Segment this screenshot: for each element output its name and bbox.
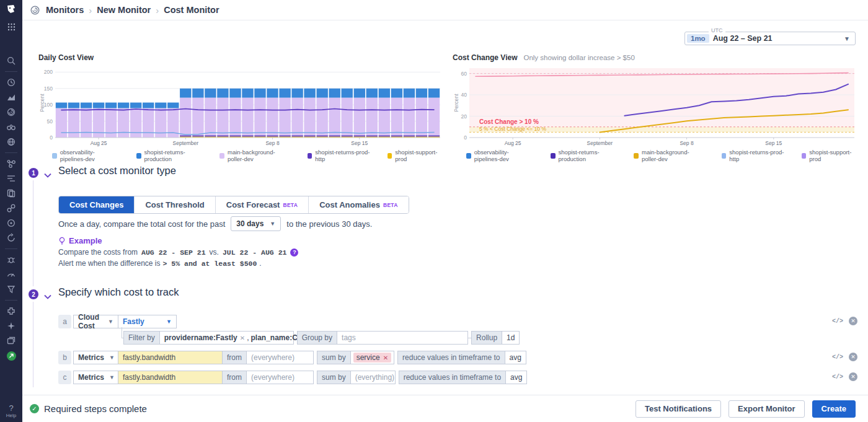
from-label: from [222, 351, 247, 364]
breadcrumb-cost-monitor[interactable]: Cost Monitor [164, 5, 219, 15]
filter-pills-input[interactable]: providername:Fastly ✕ , plan_name:CDN ✕ [159, 331, 294, 345]
performance-gauge-icon[interactable] [0, 267, 22, 282]
query-editor: a Cloud Cost ▼ Fastly ▼ Filter by provid… [58, 314, 859, 391]
legend-item[interactable]: shopist-support-prod [388, 149, 441, 162]
legend-item[interactable]: shopist-returns-prod-http [308, 149, 371, 162]
edit-as-code-icon[interactable]: </> [832, 374, 843, 380]
legend-item[interactable]: main-background-poller-dev [219, 149, 290, 162]
search-icon[interactable] [0, 53, 22, 68]
copilot-sparkle-icon[interactable] [0, 319, 22, 333]
metrics-icon[interactable] [0, 90, 22, 105]
remove-row-icon[interactable]: ✕ [849, 317, 857, 325]
sum-by-placeholder: (everything) [355, 373, 394, 382]
history-icon[interactable] [0, 75, 22, 90]
daily-cost-chart-plot[interactable]: 050100150200Aug 25SeptemberSep 8Sep 15Pe… [38, 64, 441, 146]
watchdog-icon[interactable] [0, 120, 22, 134]
tab-cost-threshold[interactable]: Cost Threshold [135, 196, 215, 213]
provider-select[interactable]: Fastly ▼ [118, 315, 177, 328]
datadog-logo-icon[interactable] [0, 0, 22, 19]
sum-by-tag-pill[interactable]: service ✕ [353, 353, 391, 363]
from-input[interactable]: (everywhere) [246, 351, 314, 364]
svg-text:0: 0 [50, 134, 53, 141]
row-a-actions: </> ✕ [832, 317, 857, 325]
help-tooltip-icon[interactable]: ? [290, 248, 298, 257]
service-map-icon[interactable] [0, 156, 22, 171]
tab-label: Cost Forecast [226, 200, 280, 209]
svg-text:50: 50 [47, 118, 53, 125]
remove-row-icon[interactable]: ✕ [849, 353, 857, 361]
legend-item[interactable]: shopist-returns-production [136, 149, 203, 162]
monitors-icon[interactable] [0, 105, 22, 120]
sum-by-input[interactable]: (everything) [350, 371, 396, 384]
svg-text:150: 150 [44, 86, 53, 92]
from-input[interactable]: (everywhere) [246, 371, 314, 384]
chevron-down-icon: ▼ [108, 319, 113, 325]
window-select[interactable]: 30 days ▼ [231, 216, 281, 231]
test-notifications-button[interactable]: Test Notifications [636, 400, 721, 418]
breadcrumb-monitors[interactable]: Monitors [46, 5, 84, 15]
security-icon[interactable] [0, 252, 22, 267]
legend-swatch [388, 153, 392, 159]
filter-separator: , [247, 333, 249, 342]
time-shortcut-chip[interactable]: 1mo [687, 34, 709, 43]
integrations-icon[interactable] [0, 304, 22, 319]
example-line-1: Compare the costs from AUG 22 - SEP 21 v… [58, 248, 298, 257]
ci-icon[interactable] [0, 282, 22, 297]
cost-change-chart-plot[interactable]: 0204060Cost Change > 10 %5 % < Cost Chan… [453, 64, 856, 146]
rollup-value[interactable]: 1d [502, 331, 520, 345]
edit-as-code-icon[interactable]: </> [832, 318, 843, 325]
reduce-value[interactable]: avg [505, 351, 526, 364]
group-by-input[interactable]: tags [337, 331, 468, 345]
rum-icon[interactable] [0, 216, 22, 231]
legend-item[interactable]: observability-pipelines-dev [52, 149, 120, 162]
breadcrumb-new-monitor[interactable]: New Monitor [97, 5, 151, 15]
filter-pill-providername[interactable]: providername:Fastly [164, 333, 237, 342]
svg-text:200: 200 [44, 69, 53, 75]
query-letter-a: a [58, 315, 71, 328]
metric-input[interactable]: fastly.bandwidth [118, 371, 223, 384]
logs-icon[interactable] [0, 186, 22, 201]
tab-cost-changes[interactable]: Cost Changes [59, 196, 135, 213]
network-icon[interactable] [0, 134, 22, 149]
svg-text:September: September [587, 140, 613, 146]
remove-tag-icon[interactable]: ✕ [383, 354, 388, 361]
notebooks-icon[interactable] [0, 333, 22, 348]
chevron-right-icon: › [156, 5, 159, 15]
step-1-collapse-chevron-icon[interactable] [44, 169, 51, 180]
chevron-down-icon: ▼ [166, 319, 172, 325]
time-range-picker[interactable]: UTC 1mo Aug 22 – Sep 21 ▼ [684, 32, 856, 45]
help-button[interactable]: ? Help [6, 403, 16, 418]
tab-cost-forecast[interactable]: Cost Forecast BETA [216, 196, 309, 213]
metrics-select[interactable]: Metrics ▼ [73, 371, 118, 384]
metric-input[interactable]: fastly.bandwidth [118, 351, 223, 364]
apps-grid-icon[interactable] [0, 19, 22, 35]
legend-item[interactable]: shopist-support-prod [802, 149, 856, 162]
metrics-select-value: Metrics [78, 353, 104, 362]
provider-value: Fastly [123, 317, 144, 326]
metrics-select[interactable]: Metrics ▼ [73, 351, 118, 364]
legend-item[interactable]: shopist-returns-prod-http [722, 149, 785, 162]
remove-row-icon[interactable]: ✕ [849, 372, 857, 381]
sum-by-input[interactable]: service ✕ [350, 351, 394, 364]
cost-monitor-page: ? Help Monitors › New Monitor › Cost Mon… [0, 0, 868, 422]
reduce-value[interactable]: avg [505, 371, 527, 384]
step-2-collapse-chevron-icon[interactable] [44, 291, 51, 302]
legend-item[interactable]: shopist-returns-production [551, 149, 617, 162]
apm-icon[interactable] [0, 201, 22, 216]
legend-item[interactable]: observability-pipelines-dev [466, 149, 534, 162]
create-button[interactable]: Create [812, 400, 856, 418]
step-2-number: 2 [29, 289, 38, 299]
example-line2-prefix: Alert me when the difference is [58, 259, 161, 268]
remove-filter-icon[interactable]: ✕ [240, 335, 245, 341]
traces-icon[interactable] [0, 171, 22, 186]
legend-item[interactable]: main-background-poller-dev [634, 149, 704, 162]
sidebar-divider [5, 248, 17, 249]
edit-as-code-icon[interactable]: </> [832, 354, 843, 361]
tab-cost-anomalies[interactable]: Cost Anomalies BETA [309, 196, 408, 213]
synthetics-icon[interactable] [0, 231, 22, 245]
chevron-right-icon: › [89, 5, 92, 15]
marketplace-icon[interactable] [0, 348, 22, 363]
svg-text:Cost Change > 10 %: Cost Change > 10 % [479, 118, 539, 125]
export-monitor-button[interactable]: Export Monitor [728, 400, 804, 418]
data-source-select[interactable]: Cloud Cost ▼ [73, 315, 118, 328]
